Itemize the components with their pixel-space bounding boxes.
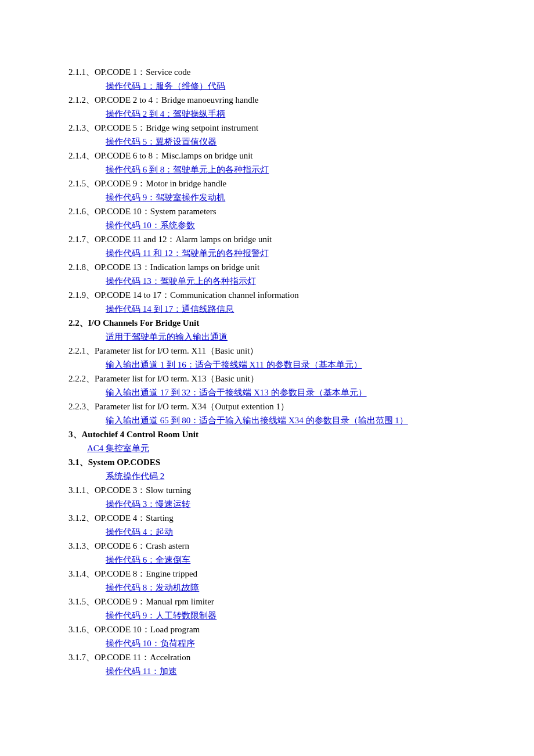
toc-entry: 3、Autochief 4 Control Room UnitAC4 集控室单元 [68,427,466,455]
toc-link[interactable]: 操作代码 10：负荷程序 [106,639,195,648]
toc-link[interactable]: 操作代码 9：人工转数限制器 [106,611,217,620]
toc-separator: 、 [86,567,95,581]
toc-link-row: 适用于驾驶单元的输入输出通道 [68,330,466,344]
toc-separator: 、 [86,121,95,135]
toc-separator: 、 [86,511,95,525]
toc-link[interactable]: 操作代码 1：服务（维修）代码 [106,81,225,91]
toc-link[interactable]: 适用于驾驶单元的输入输出通道 [106,332,228,341]
toc-title-row: 3.1.5、OP.CODE 9：Manual rpm limiter [68,595,466,609]
toc-number: 2.1.6 [68,204,86,218]
toc-title: OP.CODE 6 to 8：Misc.lamps on bridge unit [95,149,253,163]
toc-title: OP.CODE 11：Accelration [95,650,190,664]
toc-link[interactable]: 操作代码 2 到 4：驾驶操纵手柄 [106,109,225,118]
toc-title: OP.CODE 4：Starting [95,511,174,525]
table-of-contents: 2.1.1、OP.CODE 1：Service code操作代码 1：服务（维修… [68,65,466,678]
toc-entry: 3.1.6、OP.CODE 10：Load program操作代码 10：负荷程… [68,622,466,650]
toc-title-row: 2.1.4、OP.CODE 6 to 8：Misc.lamps on bridg… [68,149,466,163]
toc-title-row: 3.1.2、OP.CODE 4：Starting [68,511,466,525]
toc-title-row: 2.1.6、OP.CODE 10：System parameters [68,204,466,218]
toc-number: 2.2 [68,316,80,330]
toc-link[interactable]: 操作代码 10：系统参数 [106,221,195,230]
toc-link[interactable]: 操作代码 8：发动机故障 [106,583,199,592]
toc-separator: 、 [86,177,95,190]
toc-separator: 、 [86,650,95,664]
toc-title-row: 2.1.2、OP.CODE 2 to 4：Bridge manoeuvring … [68,93,466,107]
toc-title: Autochief 4 Control Room Unit [82,427,199,441]
toc-entry: 3.1.5、OP.CODE 9：Manual rpm limiter操作代码 9… [68,595,466,622]
toc-separator: 、 [86,539,95,553]
toc-number: 3.1.7 [68,650,86,664]
toc-title: OP.CODE 14 to 17：Communication channel i… [95,288,299,302]
toc-entry: 2.1.9、OP.CODE 14 to 17：Communication cha… [68,288,466,316]
toc-title-row: 2.2.3、Parameter list for I/O term. X34（O… [68,399,466,413]
toc-separator: 、 [86,232,95,246]
toc-link[interactable]: 输入输出通道 17 到 32：适合于接线端 X13 的参数目录（基本单元） [106,388,367,397]
toc-title: OP.CODE 11 and 12：Alarm lamps on bridge … [95,232,272,246]
toc-link[interactable]: 操作代码 11：加速 [106,667,177,676]
toc-separator: 、 [86,149,95,163]
toc-number: 3.1.1 [68,483,86,497]
toc-link[interactable]: 输入输出通道 65 到 80：适合于输入输出接线端 X34 的参数目录（输出范围… [106,416,408,425]
toc-number: 3.1.4 [68,567,86,581]
toc-link-row: 操作代码 5：翼桥设置值仪器 [68,135,466,149]
toc-number: 2.1.5 [68,177,86,190]
toc-title-row: 2.1.5、OP.CODE 9：Motor in bridge handle [68,177,466,190]
toc-title-row: 2.1.1、OP.CODE 1：Service code [68,65,466,79]
toc-title-row: 2.2.1、Parameter list for I/O term. X11（B… [68,344,466,358]
toc-entry: 3.1.1、OP.CODE 3：Slow turning操作代码 3：慢速运转 [68,483,466,511]
toc-link[interactable]: 系统操作代码 2 [106,471,164,481]
toc-link[interactable]: 操作代码 13：驾驶单元上的各种指示灯 [106,276,256,286]
toc-number: 2.1.2 [68,93,86,107]
toc-title: I/O Channels For Bridge Unit [88,316,199,330]
toc-link[interactable]: 操作代码 6：全速倒车 [106,555,190,564]
toc-title: Parameter list for I/O term. X11（Basic u… [95,344,258,358]
toc-entry: 3.1.2、OP.CODE 4：Starting操作代码 4：起动 [68,511,466,539]
toc-number: 3.1.6 [68,622,86,636]
toc-title-row: 3.1.3、OP.CODE 6：Crash astern [68,539,466,553]
toc-link[interactable]: 操作代码 14 到 17：通信线路信息 [106,304,234,314]
document-page: 2.1.1、OP.CODE 1：Service code操作代码 1：服务（维修… [0,0,534,756]
toc-link[interactable]: 操作代码 9：驾驶室操作发动机 [106,193,225,202]
toc-title: Parameter list for I/O term. X34（Output … [95,399,289,413]
toc-number: 2.1.1 [68,65,86,79]
toc-title-row: 2.1.8、OP.CODE 13：Indication lamps on bri… [68,260,466,274]
toc-link[interactable]: 操作代码 5：翼桥设置值仪器 [106,137,217,146]
toc-title: OP.CODE 10：Load program [95,622,200,636]
toc-title-row: 3.1.7、OP.CODE 11：Accelration [68,650,466,664]
toc-number: 2.1.8 [68,260,86,274]
toc-title: OP.CODE 5：Bridge wing setpoint instrumen… [95,121,258,135]
toc-entry: 2.1.8、OP.CODE 13：Indication lamps on bri… [68,260,466,288]
toc-entry: 3.1、System OP.CODES系统操作代码 2 [68,455,466,483]
toc-title: OP.CODE 13：Indication lamps on bridge un… [95,260,259,274]
toc-separator: 、 [73,427,82,441]
toc-link-row: 操作代码 6 到 8：驾驶单元上的各种指示灯 [68,163,466,177]
toc-title-row: 3.1、System OP.CODES [68,455,466,469]
toc-link-row: 输入输出通道 17 到 32：适合于接线端 X13 的参数目录（基本单元） [68,386,466,399]
toc-title: OP.CODE 1：Service code [95,65,190,79]
toc-number: 2.2.3 [68,399,86,413]
toc-link[interactable]: 操作代码 3：慢速运转 [106,499,190,509]
toc-link[interactable]: 输入输出通道 1 到 16：适合于接线端 X11 的参数目录（基本单元） [106,360,362,369]
toc-link[interactable]: 操作代码 6 到 8：驾驶单元上的各种指示灯 [106,165,269,174]
toc-link-row: 操作代码 14 到 17：通信线路信息 [68,302,466,316]
toc-link-row: 操作代码 2 到 4：驾驶操纵手柄 [68,107,466,121]
toc-number: 3.1 [68,455,80,469]
toc-link[interactable]: 操作代码 4：起动 [106,527,173,537]
toc-title-row: 2.1.7、OP.CODE 11 and 12：Alarm lamps on b… [68,232,466,246]
toc-title: OP.CODE 3：Slow turning [95,483,191,497]
toc-link-row: AC4 集控室单元 [68,441,466,455]
toc-link[interactable]: AC4 集控室单元 [87,444,149,453]
toc-entry: 3.1.3、OP.CODE 6：Crash astern操作代码 6：全速倒车 [68,539,466,567]
toc-number: 2.1.4 [68,149,86,163]
toc-link-row: 操作代码 6：全速倒车 [68,553,466,567]
toc-link[interactable]: 操作代码 11 和 12：驾驶单元的各种报警灯 [106,249,269,258]
toc-entry: 2.1.2、OP.CODE 2 to 4：Bridge manoeuvring … [68,93,466,121]
toc-link-row: 输入输出通道 65 到 80：适合于输入输出接线端 X34 的参数目录（输出范围… [68,413,466,427]
toc-entry: 2.1.6、OP.CODE 10：System parameters操作代码 1… [68,204,466,232]
toc-title-row: 2.2、I/O Channels For Bridge Unit [68,316,466,330]
toc-title: OP.CODE 6：Crash astern [95,539,189,553]
toc-title: Parameter list for I/O term. X13（Basic u… [95,372,259,386]
toc-entry: 3.1.4、OP.CODE 8：Engine tripped操作代码 8：发动机… [68,567,466,595]
toc-separator: 、 [86,399,95,413]
toc-separator: 、 [86,344,95,358]
